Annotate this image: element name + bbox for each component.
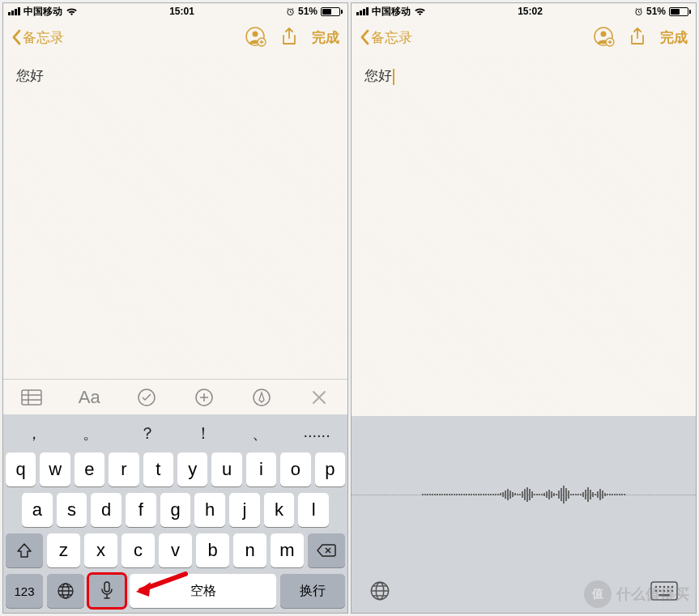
- globe-key[interactable]: [47, 574, 84, 608]
- key-f[interactable]: f: [126, 493, 156, 527]
- svg-point-18: [655, 586, 658, 588]
- back-button[interactable]: 备忘录: [11, 28, 64, 47]
- shift-key[interactable]: [6, 533, 43, 567]
- globe-icon: [369, 580, 390, 601]
- space-key[interactable]: 空格: [130, 574, 276, 608]
- punct-key[interactable]: 。: [62, 423, 119, 444]
- punct-key[interactable]: ，: [6, 423, 62, 444]
- check-circle-icon: [137, 388, 156, 407]
- share-button[interactable]: [629, 27, 646, 48]
- key-row-2: a s d f g h j k l: [6, 493, 345, 527]
- key-x[interactable]: x: [84, 533, 117, 567]
- dictation-waveform: [352, 416, 696, 572]
- checklist-button[interactable]: [118, 388, 176, 407]
- punct-key[interactable]: ？: [119, 423, 176, 444]
- svg-point-26: [667, 590, 670, 593]
- add-person-icon: [245, 27, 266, 48]
- key-o[interactable]: o: [280, 452, 310, 486]
- svg-point-20: [663, 586, 666, 588]
- keyboard-button[interactable]: [650, 581, 678, 604]
- key-b[interactable]: b: [196, 533, 229, 567]
- number-key[interactable]: 123: [6, 574, 43, 608]
- punct-key[interactable]: 、: [232, 423, 288, 444]
- key-p[interactable]: p: [315, 452, 345, 486]
- back-button[interactable]: 备忘录: [360, 28, 412, 47]
- note-text-area[interactable]: 您好: [3, 55, 347, 379]
- return-key[interactable]: 换行: [280, 574, 345, 608]
- key-e[interactable]: e: [75, 452, 104, 486]
- key-r[interactable]: r: [109, 452, 139, 486]
- key-row-1: q w e r t y u i o p: [6, 452, 345, 486]
- table-icon: [21, 389, 42, 406]
- battery-percent: 51%: [298, 6, 318, 17]
- format-button[interactable]: Aa: [61, 387, 118, 408]
- key-j[interactable]: j: [229, 493, 260, 527]
- svg-rect-28: [659, 594, 670, 597]
- punctuation-row: ， 。 ？ ！ 、 ......: [6, 418, 345, 446]
- close-icon: [312, 390, 326, 405]
- close-toolbar-button[interactable]: [290, 390, 347, 405]
- punct-key[interactable]: ！: [175, 423, 232, 444]
- done-button[interactable]: 完成: [660, 28, 688, 47]
- share-icon: [629, 27, 646, 48]
- key-v[interactable]: v: [159, 533, 192, 567]
- key-c[interactable]: c: [121, 533, 155, 567]
- table-button[interactable]: [3, 389, 61, 406]
- chevron-left-icon: [11, 29, 21, 45]
- key-a[interactable]: a: [22, 493, 53, 527]
- keyboard: ， 。 ？ ！ 、 ...... q w e r t y u i o p a s…: [3, 414, 347, 613]
- svg-point-22: [671, 586, 674, 588]
- svg-rect-10: [104, 582, 109, 592]
- key-m[interactable]: m: [271, 533, 304, 567]
- note-content: 您好: [364, 68, 392, 83]
- key-s[interactable]: s: [57, 493, 87, 527]
- share-button[interactable]: [281, 27, 297, 48]
- globe-button[interactable]: [369, 580, 390, 605]
- svg-point-21: [667, 586, 670, 588]
- share-icon: [281, 27, 297, 48]
- carrier-label: 中国移动: [23, 5, 62, 19]
- svg-point-24: [659, 590, 662, 593]
- key-row-bottom: 123 空格 换行: [6, 574, 345, 608]
- status-time: 15:02: [518, 6, 543, 17]
- notes-toolbar: Aa: [3, 379, 347, 414]
- done-button[interactable]: 完成: [312, 28, 339, 47]
- key-row-3: z x c v b n m: [6, 533, 345, 567]
- key-i[interactable]: i: [246, 452, 276, 486]
- signal-bars-icon: [8, 7, 20, 15]
- globe-icon: [57, 582, 75, 600]
- key-w[interactable]: w: [40, 452, 70, 486]
- key-y[interactable]: y: [177, 452, 207, 486]
- key-k[interactable]: k: [264, 493, 295, 527]
- punct-key[interactable]: ......: [288, 423, 345, 444]
- key-g[interactable]: g: [160, 493, 191, 527]
- draw-button[interactable]: [232, 388, 290, 407]
- alarm-icon: [634, 7, 643, 16]
- key-n[interactable]: n: [233, 533, 266, 567]
- phone-right: 中国移动 15:02 51% 备忘录 完成 您好: [351, 2, 697, 614]
- note-content: 您好: [16, 68, 44, 83]
- add-button[interactable]: [175, 388, 232, 407]
- key-l[interactable]: l: [298, 493, 329, 527]
- key-t[interactable]: t: [143, 452, 173, 486]
- keyboard-icon: [650, 581, 678, 601]
- key-u[interactable]: u: [211, 452, 241, 486]
- shift-icon: [16, 543, 32, 558]
- key-h[interactable]: h: [194, 493, 225, 527]
- note-text-area[interactable]: 您好: [352, 55, 696, 416]
- nav-bar: 备忘录 完成: [352, 19, 696, 55]
- key-z[interactable]: z: [47, 533, 80, 567]
- svg-rect-4: [22, 390, 41, 405]
- battery-icon: [321, 7, 343, 16]
- dictation-panel: [352, 416, 696, 613]
- add-person-button[interactable]: [245, 27, 266, 48]
- battery-icon: [669, 7, 691, 16]
- key-d[interactable]: d: [91, 493, 121, 527]
- backspace-key[interactable]: [308, 533, 345, 567]
- key-q[interactable]: q: [6, 452, 36, 486]
- svg-point-2: [253, 32, 258, 37]
- add-person-button[interactable]: [594, 27, 615, 48]
- status-bar: 中国移动 15:02 51%: [352, 3, 696, 19]
- status-bar: 中国移动 15:01 51%: [3, 3, 347, 19]
- dictation-key[interactable]: [88, 574, 126, 608]
